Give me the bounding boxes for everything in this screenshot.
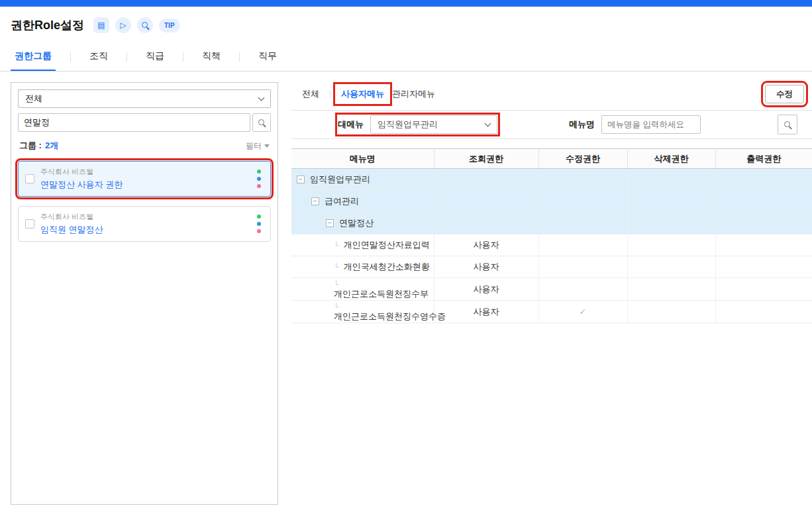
col-print-permission: 출력권한 (715, 149, 812, 169)
col-menu-name: 메뉴명 (291, 149, 434, 169)
edit-permission-cell[interactable]: ✓ (538, 301, 627, 323)
tab-organization[interactable]: 조직 (85, 42, 112, 71)
table-header-row: 메뉴명 조회권한 수정권한 삭제권한 출력권한 (291, 149, 812, 169)
print-permission-cell[interactable] (715, 256, 812, 278)
page-title: 권한Role설정 (11, 17, 84, 33)
tab-position-title[interactable]: 직책 (198, 42, 225, 71)
table-row[interactable]: −급여관리 (291, 191, 812, 213)
tab-admin-menus[interactable]: 관리자메뉴 (388, 86, 439, 102)
edit-permission-cell[interactable] (538, 278, 627, 301)
search-icon[interactable] (137, 17, 153, 33)
group-count-label: 그룹 : (19, 140, 42, 152)
role-group-name[interactable]: 임직원 연말정산 (40, 224, 103, 236)
green-dot-icon (257, 215, 261, 219)
big-menu-select[interactable]: 임직원업무관리 (370, 115, 497, 134)
caret-down-icon (264, 144, 270, 148)
role-group-item[interactable]: 주식회사 비즈웰 임직원 연말정산 (18, 206, 271, 242)
tab-separator (183, 52, 183, 62)
search-icon (784, 121, 792, 129)
menu-name-label: 메뉴명 (569, 119, 595, 130)
view-permission-cell (434, 191, 538, 213)
edit-permission-cell[interactable] (538, 234, 627, 256)
delete-permission-cell (627, 213, 715, 234)
tab-duty[interactable]: 직무 (254, 42, 281, 71)
pink-dot-icon (257, 229, 261, 233)
menu-search-button[interactable] (778, 115, 797, 134)
checkbox[interactable] (25, 219, 34, 229)
print-permission-cell (715, 191, 812, 213)
chevron-down-icon (485, 120, 491, 127)
role-group-name[interactable]: 연말정산 사용자 권한 (40, 179, 123, 191)
tab-permission-group[interactable]: 권한그룹 (11, 42, 56, 71)
group-count-value: 2개 (45, 140, 58, 152)
role-group-item[interactable]: 주식회사 비즈웰 연말정산 사용자 권한 (18, 161, 271, 197)
table-row[interactable]: └개인국세청간소화현황 사용자 (291, 256, 812, 278)
status-dots (257, 215, 264, 233)
checkmark-icon: ✓ (580, 307, 587, 317)
collapse-icon[interactable]: − (311, 197, 319, 205)
edit-permission-cell (538, 213, 627, 234)
col-delete-permission: 삭제권한 (627, 149, 715, 169)
status-dots (257, 170, 264, 188)
top-accent-bar (0, 0, 812, 7)
print-permission-cell[interactable] (715, 234, 812, 256)
permissions-table: 메뉴명 조회권한 수정권한 삭제권한 출력권한 −임직원업무관리 −급여관리 (291, 148, 812, 323)
chevron-down-icon (258, 94, 265, 101)
collapse-icon[interactable]: − (297, 176, 305, 183)
edit-button[interactable]: 수정 (765, 85, 804, 103)
menu-name-input[interactable] (601, 115, 701, 134)
table-row[interactable]: └개인연말정산자료입력 사용자 (291, 234, 812, 256)
company-name: 주식회사 비즈웰 (40, 212, 103, 222)
print-permission-cell[interactable] (715, 278, 812, 301)
menu-permission-panel: 전체 사용자메뉴 관리자메뉴 수정 대메뉴 임직원업무관리 메뉴명 (291, 82, 812, 505)
group-search-input[interactable] (18, 113, 250, 132)
view-permission-cell[interactable]: 사용자 (434, 234, 538, 256)
tab-separator (330, 90, 330, 99)
table-row[interactable]: −연말정산 (291, 213, 812, 234)
main-tab-bar: 권한그룹 조직 직급 직책 직무 (0, 42, 812, 72)
tip-badge[interactable]: TIP (159, 19, 180, 32)
col-edit-permission: 수정권한 (538, 149, 627, 169)
company-name: 주식회사 비즈웰 (40, 167, 123, 177)
tree-branch-icon: └ (334, 241, 339, 249)
checkbox[interactable] (25, 174, 34, 183)
edit-permission-cell[interactable] (538, 256, 627, 278)
delete-permission-cell[interactable] (627, 234, 715, 256)
document-icon[interactable]: ▤ (93, 17, 109, 33)
view-permission-cell (434, 169, 538, 191)
tab-separator (127, 52, 127, 62)
green-dot-icon (257, 170, 261, 174)
print-permission-cell (715, 213, 812, 234)
view-permission-cell[interactable]: 사용자 (434, 256, 538, 278)
tree-branch-icon: └ (334, 303, 339, 311)
filter-toggle[interactable]: 필터 (246, 140, 270, 152)
collapse-icon[interactable]: − (326, 219, 334, 227)
big-menu-filter: 대메뉴 임직원업무관리 (338, 115, 497, 134)
tab-separator (239, 52, 240, 62)
delete-permission-cell (627, 169, 715, 191)
view-permission-cell[interactable]: 사용자 (434, 278, 538, 301)
delete-permission-cell[interactable] (627, 278, 715, 301)
search-icon (258, 119, 266, 127)
role-group-panel: 전체 그룹 : 2개 필터 주식회사 비즈웰 연말정산 사용자 권한 (11, 82, 278, 505)
tab-all-menus[interactable]: 전체 (298, 86, 323, 102)
company-filter-select[interactable]: 전체 (18, 89, 271, 108)
delete-permission-cell[interactable] (627, 301, 715, 323)
tree-branch-icon: └ (334, 280, 339, 288)
tab-separator (70, 52, 71, 62)
table-row[interactable]: └개인근로소득원천징수부 사용자 (291, 278, 812, 301)
blue-dot-icon (257, 177, 261, 181)
delete-permission-cell (627, 191, 715, 213)
delete-permission-cell[interactable] (627, 256, 715, 278)
page-header: 권한Role설정 ▤ ▷ TIP (0, 7, 812, 42)
group-search-button[interactable] (252, 113, 271, 132)
edit-permission-cell (538, 191, 627, 213)
play-icon[interactable]: ▷ (115, 17, 131, 33)
view-permission-cell[interactable]: 사용자 (434, 301, 538, 323)
tab-position-grade[interactable]: 직급 (142, 42, 168, 71)
pink-dot-icon (257, 184, 261, 188)
tab-user-menus[interactable]: 사용자메뉴 (337, 86, 388, 102)
print-permission-cell[interactable] (715, 301, 812, 323)
table-row[interactable]: └개인근로소득원천징수영수증 사용자 ✓ (291, 301, 812, 323)
table-row[interactable]: −임직원업무관리 (291, 169, 812, 191)
